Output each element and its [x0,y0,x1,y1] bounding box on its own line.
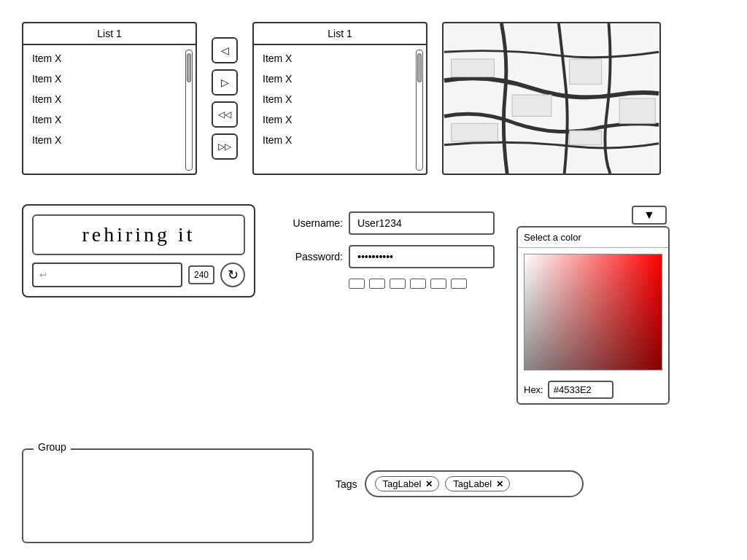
password-input[interactable] [349,245,495,268]
list-box-left: List 1 Item X Item X Item X Item X Item … [22,22,197,175]
svg-rect-3 [570,59,602,84]
captcha-input-wrap: ↩ [32,262,182,287]
tag-remove-1[interactable]: ✕ [425,479,433,489]
list-item-label: Item X [263,52,292,64]
list-scrollbar-left[interactable] [185,50,193,171]
group-box-label: Group [34,441,71,453]
hex-label: Hex: [524,384,543,395]
list-box-right: List 1 Item X Item X Item X Item X Item … [252,22,427,175]
password-row: Password: [277,245,495,268]
list-scrollbar-right[interactable] [416,50,423,171]
color-picker: Select a color Hex: [516,226,670,405]
map-widget [442,22,661,175]
color-picker-header: Select a color [518,228,668,248]
password-label: Password: [277,251,343,262]
checkbox-6[interactable] [451,279,467,289]
list-item[interactable]: Item X [29,109,178,130]
tag-remove-2[interactable]: ✕ [496,479,503,489]
color-picker-hex-row: Hex: [518,376,668,403]
list-item-label: Item X [263,134,292,146]
top-row: List 1 Item X Item X Item X Item X Item … [22,22,725,175]
list-item[interactable]: Item X [260,130,409,150]
list1-left-header: List 1 [23,23,196,45]
tags-section: Tags TagLabel ✕ TagLabel ✕ [336,470,584,497]
username-input[interactable] [349,211,495,235]
list1-left-body: Item X Item X Item X Item X Item X [23,45,196,153]
svg-rect-4 [452,123,498,141]
middle-row: rehiring it ↩ 240 ↻ Username: Password: [22,204,725,405]
arrow-panel: ◁ ▷ ◁◁ ▷▷ [212,22,238,175]
list-item-label: Item X [32,93,61,105]
captcha-refresh-button[interactable]: ↻ [220,262,245,287]
bottom-row: Group Tags TagLabel ✕ TagLabel ✕ [22,434,725,543]
form-checkboxes [349,279,495,289]
tag-item-2: TagLabel ✕ [445,476,510,491]
list-item-label: Item X [32,134,61,146]
tag-label-1: TagLabel [383,478,422,489]
captcha-controls: ↩ 240 ↻ [32,262,245,287]
list-item[interactable]: Item X [260,89,409,109]
svg-rect-6 [619,98,655,123]
hex-input[interactable] [548,381,614,399]
tag-label-2: TagLabel [453,478,492,489]
arrow-right-button[interactable]: ▷ [212,69,238,96]
dropdown-arrow-icon: ▼ [643,209,655,222]
list1-right-header: List 1 [254,23,426,45]
map-svg [444,23,659,174]
svg-rect-5 [570,131,602,145]
list1-right-body: Item X Item X Item X Item X Item X [254,45,426,153]
list-item[interactable]: Item X [29,130,178,150]
svg-rect-2 [512,95,551,116]
list-item-label: Item X [263,73,292,85]
captcha-arrow-icon: ↩ [39,270,47,280]
color-picker-area[interactable] [524,254,662,370]
checkbox-1[interactable] [349,279,365,289]
list-item[interactable]: Item X [29,48,178,69]
checkbox-3[interactable] [390,279,406,289]
list-item-label: Item X [32,114,61,125]
username-row: Username: [277,211,495,235]
username-label: Username: [277,217,343,229]
arrow-double-right-button[interactable]: ▷▷ [212,133,238,160]
list-item[interactable]: Item X [29,89,178,109]
tags-label: Tags [336,478,357,490]
scrollbar-thumb [187,53,191,82]
captcha-widget: rehiring it ↩ 240 ↻ [22,204,255,298]
arrow-up-button[interactable]: ◁ [212,37,238,63]
login-form: Username: Password: [277,204,495,289]
captcha-display: rehiring it [32,214,245,255]
list-item[interactable]: Item X [260,48,409,69]
captcha-input[interactable] [50,267,175,283]
checkbox-5[interactable] [430,279,446,289]
list-item-label: Item X [263,114,292,125]
color-picker-dropdown[interactable]: ▼ [632,206,667,225]
list-item-label: Item X [32,52,61,64]
list-item-label: Item X [32,73,61,85]
tag-item-1: TagLabel ✕ [375,476,440,491]
list-item[interactable]: Item X [29,69,178,89]
svg-rect-1 [452,59,495,77]
checkbox-2[interactable] [369,279,385,289]
list-item[interactable]: Item X [260,69,409,89]
arrow-double-left-button[interactable]: ◁◁ [212,101,238,128]
checkbox-4[interactable] [410,279,426,289]
captcha-number-button[interactable]: 240 [188,265,214,284]
list-item[interactable]: Item X [260,109,409,130]
group-box: Group [22,448,314,543]
list-item-label: Item X [263,93,292,105]
scrollbar-thumb [417,53,422,82]
tags-container[interactable]: TagLabel ✕ TagLabel ✕ [365,470,584,497]
